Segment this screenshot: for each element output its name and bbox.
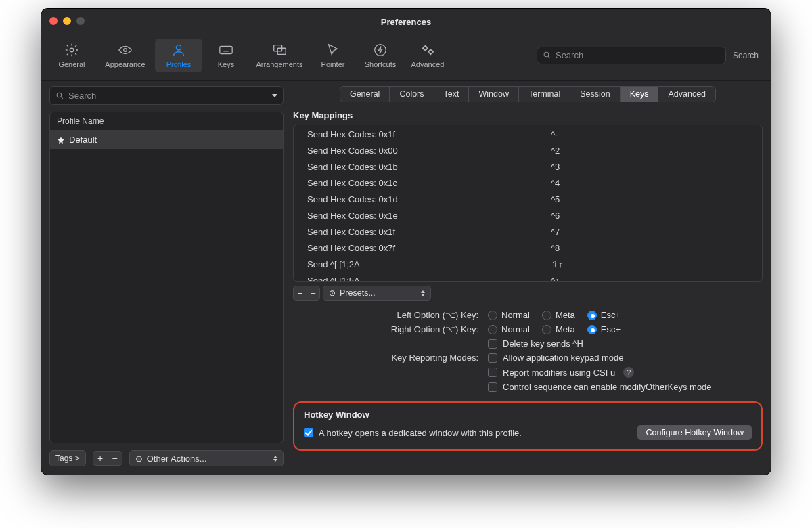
delete-sends-checkbox[interactable]: Delete key sends ^H (488, 338, 583, 349)
help-icon[interactable]: ? (623, 367, 634, 378)
mapping-row[interactable]: Send ^[ [1;5A^↑ (294, 273, 762, 281)
profile-search-placeholder: Search (68, 91, 96, 101)
mapping-shortcut: ^5 (551, 193, 748, 206)
toolbar-keys[interactable]: Keys (202, 39, 250, 72)
toolbar-general[interactable]: General (48, 39, 95, 72)
chevron-down-icon (272, 94, 277, 97)
left-option-normal[interactable]: Normal (488, 310, 530, 320)
profile-list: Profile Name Default (49, 112, 284, 443)
main-panel: General Colors Text Window Terminal Sess… (293, 86, 763, 466)
mapping-row[interactable]: Send Hex Codes: 0x00^2 (294, 143, 762, 159)
body: Search Profile Name Default Tags > + − ⊙… (41, 81, 771, 475)
toolbar-advanced[interactable]: Advanced (404, 39, 451, 72)
toolbar-label: Keys (218, 60, 234, 68)
gears-icon (420, 43, 436, 58)
toolbar-appearance[interactable]: Appearance (95, 39, 155, 72)
profile-row-default[interactable]: Default (50, 131, 283, 149)
svg-point-9 (544, 52, 549, 57)
mapping-row[interactable]: Send Hex Codes: 0x1c^4 (294, 175, 762, 192)
main-toolbar: General Appearance Profiles Keys Arrange… (41, 35, 771, 81)
key-mappings-footer: + − ⊙Presets... (293, 286, 763, 301)
gear-icon (64, 43, 80, 58)
mapping-row[interactable]: Send Hex Codes: 0x1f^7 (294, 224, 762, 240)
svg-point-7 (424, 46, 428, 50)
svg-point-8 (429, 50, 433, 54)
profile-search-input[interactable]: Search (49, 86, 284, 105)
svg-point-6 (375, 44, 386, 56)
mapping-action: Send Hex Codes: 0x1d (307, 193, 551, 206)
toolbar-label: Pointer (321, 60, 345, 68)
star-icon (57, 136, 65, 144)
mapping-shortcut: ^8 (551, 242, 748, 255)
keyboard-icon (218, 43, 234, 58)
chevron-updown-icon (421, 290, 425, 296)
csi-u-checkbox[interactable]: Report modifiers using CSI u? (488, 367, 634, 378)
toolbar-search: Search Search (537, 47, 764, 64)
configure-hotkey-button[interactable]: Configure Hotkey Window (637, 425, 752, 440)
search-label: Search (733, 51, 759, 60)
mapping-row[interactable]: Send Hex Codes: 0x7f^8 (294, 240, 762, 257)
tab-window[interactable]: Window (469, 87, 518, 102)
key-mappings-table[interactable]: Send Hex Codes: 0x1f^-Send Hex Codes: 0x… (293, 125, 763, 282)
mapping-action: Send Hex Codes: 0x1f (307, 225, 551, 239)
add-remove-mapping: + − (293, 286, 320, 301)
ellipsis-icon: ⊙ (329, 288, 336, 298)
search-placeholder: Search (556, 50, 583, 60)
mapping-shortcut: ^2 (551, 144, 748, 158)
key-mappings-title: Key Mappings (293, 110, 763, 120)
mapping-action: Send Hex Codes: 0x00 (307, 144, 551, 158)
windows-icon (271, 43, 288, 58)
mapping-row[interactable]: Send Hex Codes: 0x1d^5 (294, 192, 762, 208)
preferences-window: Preferences General Appearance Profiles … (41, 8, 771, 475)
mapping-row[interactable]: Send ^[ [1;2A⇧↑ (294, 257, 762, 273)
tab-text[interactable]: Text (434, 87, 470, 102)
mapping-action: Send ^[ [1;5A (307, 274, 551, 281)
hotkey-title: Hotkey Window (304, 410, 752, 420)
tab-colors[interactable]: Colors (390, 87, 434, 102)
mapping-shortcut: ^4 (551, 177, 748, 190)
tags-button[interactable]: Tags > (49, 450, 86, 466)
close-icon[interactable] (49, 17, 58, 25)
zoom-icon[interactable] (76, 17, 85, 25)
presets-button[interactable]: ⊙Presets... (323, 286, 431, 301)
left-option-escplus[interactable]: Esc+ (587, 310, 621, 320)
tab-keys[interactable]: Keys (621, 87, 659, 102)
search-input[interactable]: Search (537, 47, 726, 64)
right-option-escplus[interactable]: Esc+ (587, 324, 621, 334)
mapping-shortcut: ^- (551, 128, 748, 141)
minimize-icon[interactable] (63, 17, 71, 25)
mapping-row[interactable]: Send Hex Codes: 0x1e^6 (294, 208, 762, 224)
toolbar-profiles[interactable]: Profiles (155, 39, 202, 72)
svg-point-10 (57, 93, 62, 97)
toolbar-arrangements[interactable]: Arrangements (250, 39, 309, 72)
other-actions-button[interactable]: ⊙Other Actions... (129, 450, 284, 466)
tab-session[interactable]: Session (570, 87, 620, 102)
right-option-label: Right Option (⌥) Key: (293, 324, 478, 334)
bolt-icon (372, 43, 388, 58)
reporting-label: Key Reporting Modes: (293, 353, 478, 363)
toolbar-shortcuts[interactable]: Shortcuts (357, 39, 404, 72)
tab-advanced[interactable]: Advanced (658, 87, 715, 102)
mapping-row[interactable]: Send Hex Codes: 0x1f^- (294, 127, 762, 143)
left-option-meta[interactable]: Meta (542, 310, 575, 320)
toolbar-pointer[interactable]: Pointer (309, 39, 357, 72)
toolbar-label: Arrangements (256, 60, 302, 68)
remove-mapping-button[interactable]: − (307, 286, 320, 301)
remove-profile-button[interactable]: − (108, 451, 122, 466)
tab-terminal[interactable]: Terminal (519, 87, 570, 102)
checkbox-icon (304, 428, 313, 437)
mapping-action: Send Hex Codes: 0x1c (307, 177, 551, 190)
add-profile-button[interactable]: + (93, 451, 108, 466)
right-option-meta[interactable]: Meta (542, 324, 575, 334)
svg-rect-3 (220, 46, 232, 53)
allow-keypad-checkbox[interactable]: Allow application keypad mode (488, 353, 624, 363)
profile-list-header: Profile Name (50, 112, 283, 131)
right-option-normal[interactable]: Normal (488, 324, 530, 334)
add-mapping-button[interactable]: + (293, 286, 307, 301)
eye-icon (117, 43, 133, 58)
mapping-row[interactable]: Send Hex Codes: 0x1b^3 (294, 159, 762, 175)
toolbar-label: Profiles (166, 60, 191, 68)
modify-other-keys-checkbox[interactable]: Control sequence can enable modifyOtherK… (488, 382, 712, 392)
hotkey-enable-checkbox[interactable]: A hotkey opens a dedicated window with t… (304, 428, 522, 438)
tab-general[interactable]: General (340, 87, 390, 102)
